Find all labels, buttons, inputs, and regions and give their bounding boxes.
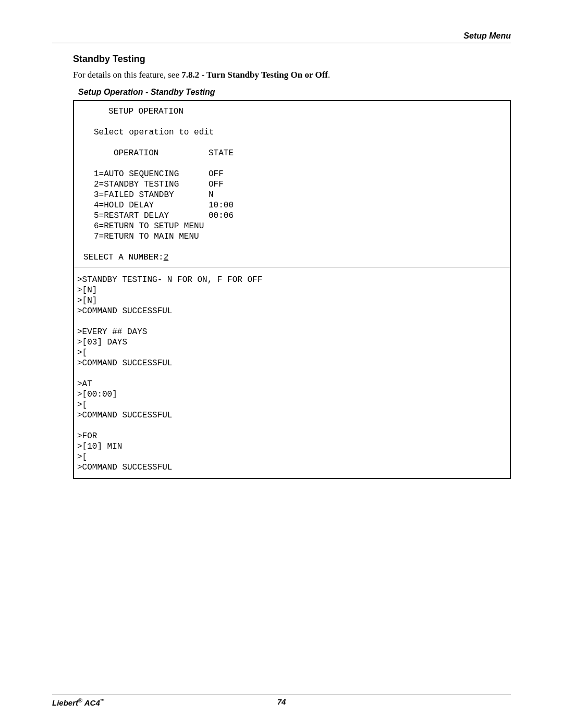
intro-prefix: For details on this feature, see [73, 70, 181, 80]
terminal-row: 7=RETURN TO MAIN MENU [81, 231, 503, 242]
intro-paragraph: For details on this feature, see 7.8.2 -… [73, 70, 511, 80]
select-value: 2 [164, 253, 169, 262]
figure-caption: Setup Operation - Standby Testing [73, 88, 511, 97]
op-label: 1=AUTO SEQUENCING [94, 169, 209, 179]
op-label: 2=STANDBY TESTING [94, 179, 209, 190]
terminal-title: SETUP OPERATION [81, 106, 503, 117]
col-header-operation: OPERATION [94, 148, 209, 158]
intro-xref: 7.8.2 - Turn Standby Testing On or Off [181, 70, 328, 80]
terminal-row: 1=AUTO SEQUENCINGOFF [81, 169, 503, 179]
terminal-row: 6=RETURN TO SETUP MENU [81, 221, 503, 231]
terminal-row: 5=RESTART DELAY00:06 [81, 211, 503, 221]
col-header-state: STATE [209, 148, 234, 158]
terminal-column-headers: OPERATION STATE [81, 148, 503, 158]
section-title: Standby Testing [73, 54, 511, 65]
op-label: 4=HOLD DELAY [94, 200, 209, 211]
page-header: Setup Menu [52, 31, 511, 43]
page-number: 74 [52, 697, 511, 706]
terminal-subtitle: Select operation to edit [81, 127, 503, 138]
terminal-row: 2=STANDBY TESTINGOFF [81, 179, 503, 190]
select-prompt: SELECT A NUMBER:2 [81, 252, 503, 263]
header-section-label: Setup Menu [463, 31, 511, 40]
op-label: 3=FAILED STANDBY [94, 190, 209, 200]
op-state: OFF [209, 179, 224, 190]
op-state: 10:00 [209, 200, 234, 211]
op-state: OFF [209, 169, 224, 179]
intro-suffix: . [328, 70, 330, 80]
op-label: 7=RETURN TO MAIN MENU [94, 231, 209, 242]
terminal-row: 3=FAILED STANDBYN [81, 190, 503, 200]
op-state: 00:06 [209, 211, 234, 221]
op-state: N [209, 190, 214, 200]
terminal-session: >STANDBY TESTING- N FOR ON, F FOR OFF >[… [74, 267, 510, 478]
terminal-screenshot: SETUP OPERATION Select operation to edit… [73, 100, 511, 479]
op-label: 5=RESTART DELAY [94, 211, 209, 221]
terminal-row: 4=HOLD DELAY10:00 [81, 200, 503, 211]
select-label: SELECT A NUMBER: [83, 253, 164, 262]
page-footer: 74 Liebert® AC4™ [52, 695, 511, 707]
op-label: 6=RETURN TO SETUP MENU [94, 221, 209, 231]
